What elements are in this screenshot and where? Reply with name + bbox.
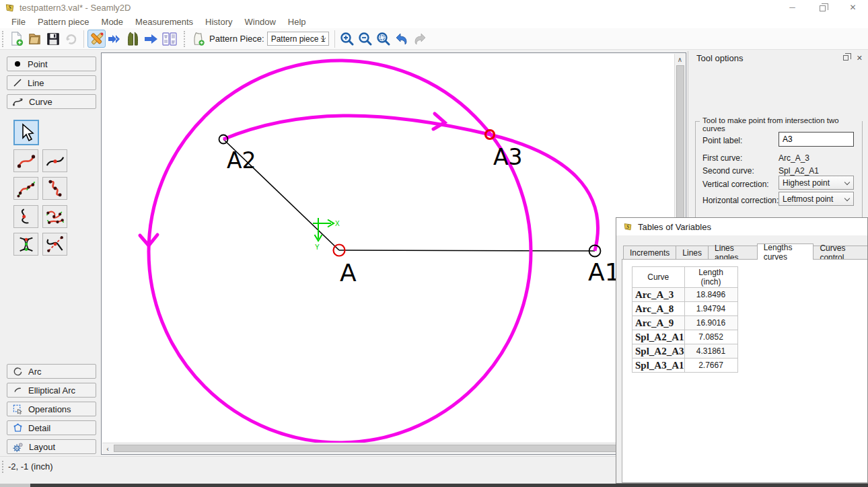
tab-lines[interactable]: Lines bbox=[676, 246, 709, 260]
menu-measurements[interactable]: Measurements bbox=[129, 15, 199, 28]
curve-lengths-table: Curve Length (inch) Arc_A_318.8496 Arc_A… bbox=[632, 266, 738, 373]
group-curve-label: Curve bbox=[29, 97, 52, 107]
minimize-button[interactable]: ─ bbox=[777, 0, 807, 15]
redo-button[interactable] bbox=[411, 30, 429, 48]
taskbar-edge bbox=[0, 484, 868, 487]
group-point-button[interactable]: Point bbox=[7, 57, 96, 71]
chevron-down-icon bbox=[844, 180, 850, 185]
group-layout-button[interactable]: Layout bbox=[7, 439, 96, 454]
drawing-canvas[interactable]: X Y A2 A A3 A1 ∧ ‹ bbox=[101, 52, 686, 455]
pattern-piece-selected: Pattern piece 1 bbox=[271, 34, 326, 44]
zoom-in-button[interactable] bbox=[338, 30, 357, 48]
curve-length: 18.8496 bbox=[684, 288, 737, 302]
pattern-piece-combobox[interactable]: Pattern piece 1 bbox=[267, 32, 329, 46]
spline-path-icon bbox=[15, 178, 37, 198]
tables-of-variables-window: S Tables of Variables Increments Lines L… bbox=[616, 217, 868, 484]
canvas-horizontal-scrollbar[interactable]: ‹ bbox=[102, 443, 676, 453]
chevron-down-icon bbox=[844, 196, 850, 201]
scroll-up-icon[interactable]: ∧ bbox=[675, 54, 685, 65]
table-row[interactable]: Spl_A2_A34.31861 bbox=[632, 344, 738, 359]
new-pattern-piece-button[interactable] bbox=[189, 30, 207, 48]
table-header-row: Curve Length (inch) bbox=[632, 267, 738, 288]
draw-mode-button[interactable] bbox=[87, 30, 106, 48]
tool-intersect-curves[interactable] bbox=[13, 233, 38, 256]
save-button[interactable] bbox=[44, 30, 62, 48]
table-row[interactable]: Arc_A_81.94794 bbox=[632, 302, 738, 316]
tool-spline[interactable] bbox=[13, 149, 38, 172]
horizontal-correction-combobox[interactable]: Leftmost point bbox=[779, 192, 854, 206]
group-arc-label: Arc bbox=[28, 367, 42, 377]
dock-float-icon[interactable] bbox=[843, 55, 848, 61]
layout-mode-button[interactable] bbox=[160, 30, 178, 48]
restore-icon bbox=[820, 5, 826, 11]
open-file-button[interactable] bbox=[26, 30, 44, 48]
point-label-input[interactable] bbox=[779, 135, 868, 144]
group-arc-button[interactable]: Arc bbox=[7, 364, 96, 379]
arc-circle-A[interactable] bbox=[149, 61, 531, 443]
curve-length: 4.31861 bbox=[684, 344, 737, 359]
label-A3[interactable]: A3 bbox=[493, 144, 523, 170]
detail-icon bbox=[13, 423, 23, 433]
curve-length: 1.94794 bbox=[684, 302, 737, 316]
group-curve-button[interactable]: Curve bbox=[7, 94, 96, 109]
vertical-correction-combobox[interactable]: Highest point bbox=[779, 176, 854, 190]
point-label-field-wrap: ✕ bbox=[779, 132, 854, 147]
horizontal-scroll-thumb[interactable] bbox=[114, 445, 671, 452]
menu-help[interactable]: Help bbox=[282, 15, 312, 28]
group-detail-button[interactable]: Detail bbox=[7, 420, 96, 435]
tool-cubic-bezier[interactable] bbox=[42, 177, 67, 200]
menu-window[interactable]: Window bbox=[239, 15, 282, 28]
restore-button[interactable] bbox=[807, 0, 838, 15]
menu-history[interactable]: History bbox=[199, 15, 238, 28]
tab-increments[interactable]: Increments bbox=[623, 246, 676, 260]
zoom-out-button[interactable] bbox=[357, 30, 375, 48]
new-file-button[interactable] bbox=[7, 30, 26, 48]
goto-piece-mode-arrow-button[interactable] bbox=[106, 30, 124, 48]
close-button[interactable]: ✕ bbox=[838, 0, 868, 15]
label-A[interactable]: A bbox=[340, 259, 357, 287]
sync-icon bbox=[63, 31, 79, 46]
tool-select-pointer[interactable] bbox=[13, 120, 39, 145]
zoom-fit-button[interactable] bbox=[375, 30, 393, 48]
label-A2[interactable]: A2 bbox=[227, 147, 256, 174]
spline-A2-A3-A1[interactable] bbox=[223, 116, 598, 251]
open-folder-icon bbox=[27, 31, 42, 46]
redo-icon bbox=[412, 31, 428, 47]
curve-name: Arc_A_9 bbox=[632, 316, 685, 330]
horizontal-correction-label: Horizontal correction: bbox=[702, 196, 779, 205]
tab-curves-control[interactable]: Curves control bbox=[813, 246, 868, 260]
window-title: testpattern3.val* - Seamly2D bbox=[20, 3, 131, 13]
menu-file[interactable]: File bbox=[5, 15, 32, 28]
line-A-A1[interactable] bbox=[339, 250, 595, 251]
group-elliptical-arc-button[interactable]: Elliptical Arc bbox=[7, 383, 96, 398]
operations-icon bbox=[13, 404, 23, 414]
pointer-icon bbox=[17, 123, 35, 142]
scroll-left-icon[interactable]: ‹ bbox=[102, 443, 113, 453]
group-layout-label: Layout bbox=[29, 442, 55, 452]
seamly2d-logo-icon: S bbox=[5, 3, 15, 13]
dock-close-icon[interactable]: ✕ bbox=[857, 54, 863, 63]
second-curve-label: Second curve: bbox=[702, 166, 754, 176]
piece-mode-button[interactable] bbox=[124, 30, 142, 48]
tool-spline-path[interactable] bbox=[13, 177, 38, 200]
tab-lengths-curves[interactable]: Lengths curves bbox=[757, 244, 814, 260]
group-line-label: Line bbox=[28, 78, 44, 88]
table-row[interactable]: Arc_A_318.8496 bbox=[632, 288, 738, 302]
table-row[interactable]: Spl_A3_A12.7667 bbox=[632, 359, 738, 373]
table-row[interactable]: Arc_A_916.9016 bbox=[632, 316, 738, 330]
tool-curve-intersect-axis[interactable] bbox=[42, 233, 67, 256]
group-operations-button[interactable]: Operations bbox=[7, 402, 96, 416]
variables-window-titlebar[interactable]: S Tables of Variables bbox=[616, 218, 867, 235]
undo-button[interactable] bbox=[393, 30, 411, 48]
tool-point-along-spline[interactable] bbox=[42, 149, 67, 172]
sync-button[interactable] bbox=[62, 30, 80, 48]
group-line-button[interactable]: Line bbox=[7, 75, 96, 90]
menu-mode[interactable]: Mode bbox=[96, 15, 130, 28]
spline-direction-arrow-icon bbox=[433, 114, 445, 129]
tool-point-on-curve[interactable] bbox=[13, 205, 38, 228]
tool-spline-path-points[interactable] bbox=[42, 205, 67, 228]
tab-lines-angles[interactable]: Lines angles bbox=[708, 246, 758, 260]
menu-pattern-piece[interactable]: Pattern piece bbox=[32, 15, 96, 28]
goto-layout-mode-arrow-button[interactable] bbox=[142, 30, 160, 48]
table-row[interactable]: Spl_A2_A17.0852 bbox=[632, 330, 738, 344]
